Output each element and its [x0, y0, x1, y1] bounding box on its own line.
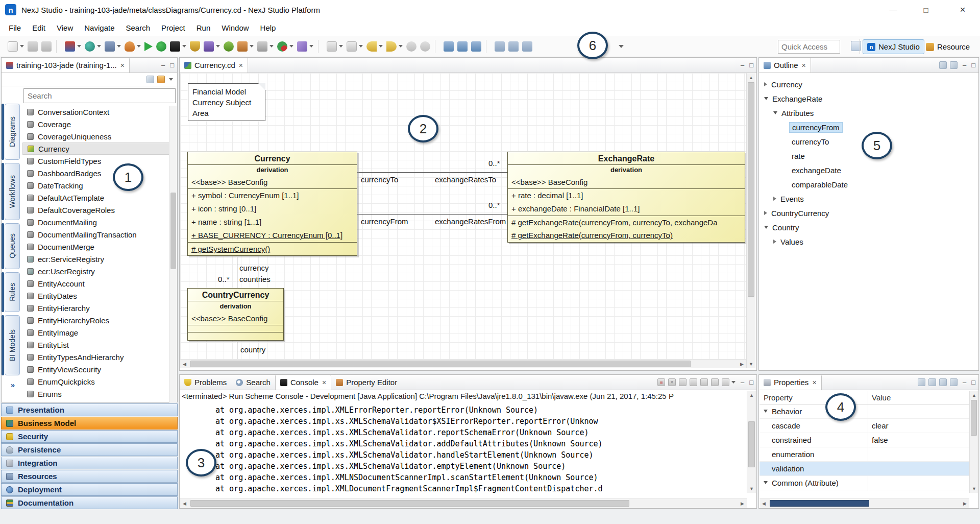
table-tool-icon[interactable]	[347, 41, 357, 52]
minimize-view-icon[interactable]: –	[963, 61, 966, 69]
perspective-resource[interactable]: Resource	[922, 39, 974, 54]
user-tool-dropdown-icon[interactable]	[137, 45, 141, 47]
maximize-view-icon[interactable]: □	[749, 61, 753, 69]
form-tool-dropdown-icon[interactable]	[339, 45, 343, 47]
open-console-icon[interactable]	[722, 378, 729, 386]
scroll-up-icon[interactable]: ▲	[970, 391, 978, 399]
package-dropdown-icon[interactable]	[250, 45, 254, 47]
list-item[interactable]: EntityTypesAndHierarchy	[22, 351, 169, 363]
minimize-window-button[interactable]: —	[881, 0, 905, 19]
association-line-countries[interactable]	[237, 257, 237, 288]
editor-vertical-scrollbar[interactable]: ▲ ▼	[746, 73, 755, 368]
tree-node-country[interactable]: Country	[762, 220, 968, 234]
menu-search[interactable]: Search	[120, 23, 156, 32]
show-categories-icon[interactable]	[918, 378, 925, 386]
sidebar-tab-workflows[interactable]: Workflows	[5, 163, 20, 220]
maximize-view-icon[interactable]: □	[971, 61, 975, 69]
list-item[interactable]: DocumentMerge	[22, 241, 169, 253]
validate-model-dropdown-icon[interactable]	[77, 45, 81, 47]
section-deployment[interactable]: Deployment	[1, 483, 178, 496]
collapsed-arrow-icon[interactable]	[773, 197, 776, 201]
pin-properties-icon[interactable]	[950, 378, 958, 386]
menu-navigate[interactable]: Navigate	[79, 23, 120, 32]
close-window-button[interactable]: ×	[950, 0, 975, 19]
redo-icon[interactable]	[420, 41, 430, 52]
menu-help[interactable]: Help	[255, 23, 282, 32]
list-item[interactable]: Coverage	[22, 118, 169, 130]
new-wizard-icon[interactable]	[8, 41, 18, 52]
list-item[interactable]: DocumentMailing	[22, 216, 169, 228]
model-flag-dropdown-icon[interactable]	[216, 45, 220, 47]
diagram-canvas[interactable]: Financial Model Currency Subject Area cu…	[180, 73, 746, 368]
close-tab-icon[interactable]: ×	[239, 61, 243, 69]
list-item-currency-selected[interactable]: Currency	[22, 142, 169, 155]
menu-project[interactable]: Project	[156, 23, 191, 32]
publish-model-dropdown-icon[interactable]	[97, 45, 101, 47]
forward-dropdown-icon[interactable]	[399, 45, 403, 47]
scroll-down-icon[interactable]: ▼	[747, 360, 755, 368]
scroll-up-icon[interactable]: ▲	[747, 391, 756, 399]
link-with-editor-icon[interactable]	[146, 76, 154, 83]
tree-tool-icon[interactable]	[457, 41, 468, 52]
property-row-constrained[interactable]: constrained false	[760, 433, 969, 447]
list-item[interactable]: DocumentMailingTransaction	[22, 228, 169, 241]
maximize-view-icon[interactable]: □	[170, 61, 174, 69]
menu-view[interactable]: View	[51, 23, 79, 32]
validate-ok-icon[interactable]	[156, 41, 166, 52]
close-tab-icon[interactable]: ×	[812, 378, 816, 387]
sidebar-overflow-chevron[interactable]: »	[6, 380, 20, 393]
run-icon[interactable]	[144, 42, 153, 51]
save-all-icon[interactable]	[41, 41, 52, 52]
console-menu-dropdown-icon[interactable]	[731, 381, 736, 384]
hierarchy-tool-icon[interactable]	[444, 41, 454, 52]
menu-file[interactable]: File	[3, 23, 27, 32]
list-item[interactable]: ecr:ServiceRegistry	[22, 253, 169, 265]
menu-edit[interactable]: Edit	[27, 23, 51, 32]
back-arrow-icon[interactable]	[366, 41, 377, 52]
console-tool-icon[interactable]	[170, 41, 180, 52]
grid-tool-icon[interactable]	[495, 41, 505, 52]
validate-model-icon[interactable]	[65, 41, 75, 52]
list-item[interactable]: DefaultCoverageRoles	[22, 204, 169, 216]
list-item[interactable]: CustomFieldTypes	[22, 155, 169, 167]
association-line-currency-from[interactable]	[357, 214, 507, 215]
show-advanced-icon[interactable]	[928, 378, 936, 386]
hand-tool-dropdown-icon[interactable]	[270, 45, 274, 47]
list-item[interactable]: CoverageUniqueness	[22, 130, 169, 142]
console-output[interactable]: at org.apache.xerces.impl.XMLErrorReport…	[182, 404, 745, 493]
tree-node-currency-from[interactable]: currencyFrom	[762, 120, 968, 134]
class-search-input[interactable]	[23, 88, 176, 103]
remove-launch-icon[interactable]	[679, 378, 687, 386]
wand-icon[interactable]	[297, 41, 307, 52]
console-hscroll-thumb[interactable]	[190, 500, 629, 507]
tree-node-currency[interactable]: Currency	[762, 77, 968, 91]
scroll-left-icon[interactable]: ◀	[760, 499, 768, 508]
new-dropdown-icon[interactable]	[20, 45, 24, 47]
table-tool-dropdown-icon[interactable]	[359, 45, 363, 47]
list-item[interactable]: EntityImage	[22, 326, 169, 339]
section-resources[interactable]: Resources	[1, 470, 178, 483]
list-item[interactable]: EntityAccount	[22, 277, 169, 290]
menu-run[interactable]: Run	[191, 23, 216, 32]
publish-model-icon[interactable]	[85, 41, 95, 52]
list-item[interactable]: DateTracking	[22, 179, 169, 192]
maximize-view-icon[interactable]: □	[749, 378, 753, 386]
expanded-arrow-icon[interactable]	[764, 481, 768, 486]
property-category-behavior[interactable]: Behavior	[760, 404, 969, 419]
tree-node-exchange-rate[interactable]: ExchangeRate	[762, 91, 968, 106]
uml-class-currency[interactable]: Currency derivation <<base>> BaseConfig …	[187, 152, 357, 256]
tab-search[interactable]: Search	[231, 375, 275, 390]
list-item[interactable]: ecr:UserRegistry	[22, 265, 169, 277]
list-item[interactable]: EnumQuickpicks	[22, 375, 169, 388]
terminate-icon[interactable]: ■	[657, 378, 665, 386]
expanded-arrow-icon[interactable]	[764, 226, 768, 231]
list-item[interactable]: EntityList	[22, 339, 169, 351]
collapsed-arrow-icon[interactable]	[764, 211, 767, 215]
list-item[interactable]: EntityHierarchyRoles	[22, 314, 169, 326]
properties-hscroll-thumb[interactable]	[770, 500, 869, 507]
console-tool-dropdown-icon[interactable]	[182, 45, 186, 47]
collapsed-arrow-icon[interactable]	[764, 82, 767, 86]
save-icon[interactable]	[28, 41, 38, 52]
list-item[interactable]: EntityHierarchy	[22, 302, 169, 314]
user-tool-icon[interactable]	[125, 41, 135, 52]
